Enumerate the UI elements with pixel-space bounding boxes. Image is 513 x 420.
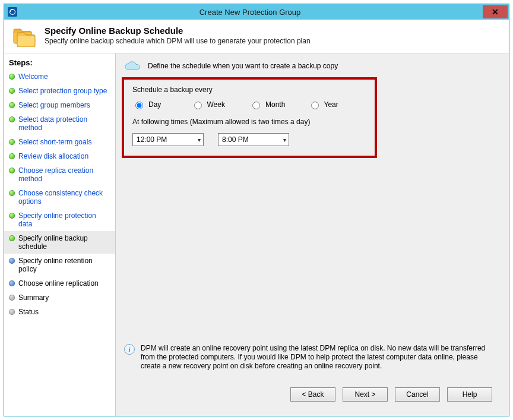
step-item[interactable]: Select data protection method — [4, 112, 115, 135]
svg-rect-3 — [17, 35, 35, 47]
next-button[interactable]: Next > — [343, 387, 388, 402]
wizard-content: Define the schedule when you want to cre… — [116, 53, 509, 416]
step-label[interactable]: Select short-term goals — [18, 138, 91, 146]
step-label: Status — [18, 308, 39, 316]
step-status-icon — [9, 280, 15, 286]
help-button[interactable]: Help — [447, 387, 492, 402]
frequency-option-year[interactable]: Year — [308, 100, 367, 109]
step-item[interactable]: Specify online protection data — [4, 209, 115, 231]
step-label[interactable]: Select protection group type — [18, 87, 107, 95]
step-status-icon — [9, 102, 15, 108]
info-icon: i — [124, 344, 135, 355]
step-label: Specify online backup schedule — [18, 234, 112, 251]
titlebar: Create New Protection Group ✕ — [4, 4, 509, 20]
step-status-icon — [9, 190, 15, 196]
step-item[interactable]: Select short-term goals — [4, 135, 115, 149]
page-subtitle: Specify online backup schedule which DPM… — [45, 37, 311, 45]
step-label[interactable]: Review disk allocation — [18, 152, 88, 160]
define-text: Define the schedule when you want to cre… — [148, 62, 338, 70]
back-button[interactable]: < Back — [290, 387, 335, 402]
times-label: At following times (Maximum allowed is t… — [132, 118, 366, 126]
step-status-icon — [9, 235, 15, 241]
frequency-radio[interactable] — [135, 102, 143, 109]
frequency-radio[interactable] — [194, 102, 202, 109]
step-item[interactable]: Choose consistency check options — [4, 186, 115, 209]
step-status-icon — [9, 139, 15, 145]
frequency-label: Month — [265, 100, 285, 109]
step-status-icon — [9, 309, 15, 315]
info-row: i DPM will create an online recovery poi… — [122, 340, 501, 381]
wizard-body: Steps: WelcomeSelect protection group ty… — [4, 53, 509, 416]
frequency-radio[interactable] — [252, 102, 260, 109]
step-item[interactable]: Select protection group type — [4, 84, 115, 98]
time-select-2[interactable]: 8:00 PM ▾ — [218, 133, 289, 146]
schedule-box: Schedule a backup every DayWeekMonthYear… — [122, 77, 377, 158]
step-status-icon — [9, 153, 15, 159]
steps-sidebar: Steps: WelcomeSelect protection group ty… — [4, 53, 116, 416]
app-icon — [8, 7, 17, 17]
step-status-icon — [9, 88, 15, 94]
frequency-label: Year — [324, 100, 338, 109]
define-row: Define the schedule when you want to cre… — [122, 59, 501, 77]
step-status-icon — [9, 168, 15, 173]
step-label[interactable]: Select data protection method — [18, 115, 112, 132]
step-item: Summary — [4, 290, 115, 305]
step-label: Choose online replication — [18, 279, 99, 288]
step-item: Specify online retention policy — [4, 254, 115, 276]
frequency-option-day[interactable]: Day — [132, 100, 191, 109]
info-text: DPM will create an online recovery point… — [141, 344, 498, 371]
chevron-down-icon: ▾ — [198, 137, 201, 143]
times-row: 12:00 PM ▾ 8:00 PM ▾ — [132, 133, 366, 146]
wizard-window: Create New Protection Group ✕ Specify On… — [4, 4, 509, 416]
step-status-icon — [9, 258, 15, 264]
time-select-1[interactable]: 12:00 PM ▾ — [132, 133, 204, 146]
cancel-button[interactable]: Cancel — [395, 387, 440, 402]
frequency-radio-group: DayWeekMonthYear — [132, 100, 366, 109]
frequency-radio[interactable] — [311, 102, 319, 109]
time-select-1-value: 12:00 PM — [137, 135, 167, 144]
step-label: Summary — [18, 293, 49, 302]
folder-icon — [12, 26, 36, 47]
step-status-icon — [9, 213, 15, 219]
page-title: Specify Online Backup Schedule — [45, 26, 311, 36]
chevron-down-icon: ▾ — [283, 137, 286, 143]
step-status-icon — [9, 116, 15, 122]
step-item[interactable]: Welcome — [4, 70, 115, 84]
close-button[interactable]: ✕ — [483, 5, 508, 18]
step-label[interactable]: Specify online protection data — [18, 211, 112, 228]
step-label[interactable]: Welcome — [18, 72, 48, 81]
step-label[interactable]: Choose consistency check options — [18, 189, 112, 206]
wizard-footer: < Back Next > Cancel Help — [122, 381, 501, 410]
step-label[interactable]: Select group members — [18, 101, 90, 109]
frequency-option-month[interactable]: Month — [249, 100, 308, 109]
frequency-label: Day — [148, 100, 161, 109]
step-item[interactable]: Review disk allocation — [4, 149, 115, 163]
step-item[interactable]: Choose replica creation method — [4, 163, 115, 186]
step-item[interactable]: Select group members — [4, 98, 115, 112]
wizard-header: Specify Online Backup Schedule Specify o… — [4, 20, 509, 53]
step-item: Choose online replication — [4, 276, 115, 290]
close-icon: ✕ — [492, 7, 499, 17]
schedule-label: Schedule a backup every — [132, 86, 366, 94]
frequency-label: Week — [207, 100, 225, 109]
cloud-icon — [124, 61, 141, 71]
frequency-option-week[interactable]: Week — [191, 100, 250, 109]
step-item: Specify online backup schedule — [4, 231, 115, 254]
time-select-2-value: 8:00 PM — [222, 135, 249, 144]
step-status-icon — [9, 295, 15, 301]
step-item: Status — [4, 305, 115, 319]
step-label: Specify online retention policy — [18, 257, 112, 273]
window-title: Create New Protection Group — [17, 8, 483, 17]
steps-heading: Steps: — [4, 57, 115, 70]
step-status-icon — [9, 74, 15, 80]
step-label[interactable]: Choose replica creation method — [18, 166, 112, 183]
